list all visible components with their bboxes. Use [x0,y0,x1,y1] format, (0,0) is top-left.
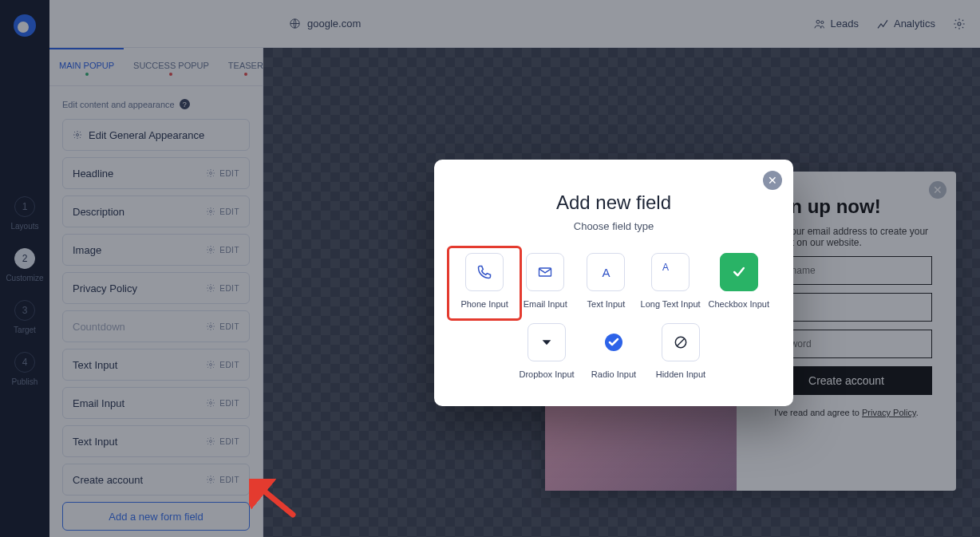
field-type-phone-input[interactable]: Phone Input [460,253,508,309]
modal-close-button[interactable]: ✕ [763,171,782,190]
field-type-checkbox-input[interactable]: Checkbox Input [709,253,769,309]
field-type-dropbox-input[interactable]: Dropbox Input [520,323,575,379]
field-type-hidden-input[interactable]: Hidden Input [656,323,705,379]
modal-subtitle: Choose field type [458,220,769,232]
field-type-long-text-input[interactable]: ALong Text Input [641,253,701,309]
field-type-radio-input[interactable]: Radio Input [591,323,636,379]
add-field-modal: ✕ Add new field Choose field type Phone … [434,160,793,406]
field-type-email-input[interactable]: Email Input [524,253,567,309]
svg-rect-14 [539,268,551,276]
field-type-text-input[interactable]: AText Input [587,253,625,309]
modal-title: Add new field [458,192,769,214]
